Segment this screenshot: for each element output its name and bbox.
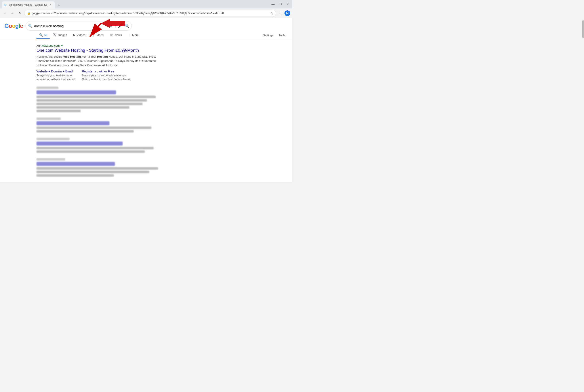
- search-box[interactable]: 🔍 ✕ | 🎤 🔍: [26, 21, 132, 30]
- logo-g2: g: [15, 22, 19, 29]
- blurred-url-3: [37, 138, 70, 140]
- tab-all[interactable]: 🔍 All: [37, 31, 50, 39]
- blurred-text-1b: [37, 99, 147, 102]
- back-button[interactable]: ←: [2, 10, 8, 16]
- snippet-text1: Reliable And Secure: [37, 55, 63, 58]
- blurred-result-3: [37, 138, 287, 153]
- tab-news[interactable]: 📰 News: [107, 31, 124, 39]
- sitelink-2-desc: Secure your .co.uk domain name now One.c…: [82, 74, 130, 81]
- sitelink-1: Website + Domain + Email Everything you …: [37, 70, 75, 81]
- nav-bar: ← → ↻ 🔒 google.com/search?q=domain+web+h…: [0, 8, 292, 18]
- blurred-title-2[interactable]: [37, 121, 109, 125]
- blurred-text-3b: [37, 150, 145, 153]
- tab-images[interactable]: 🖼 Images: [51, 31, 70, 39]
- page-content: Google 🔍 ✕ | 🎤 🔍: [0, 18, 292, 182]
- logo-o2: o: [12, 22, 15, 29]
- tools-button[interactable]: Tools: [276, 32, 287, 39]
- videos-tab-icon: ▶: [73, 33, 76, 37]
- browser-chrome: G domain web hosting - Google Se ✕ + — ❐…: [0, 0, 292, 18]
- blurred-text-2b: [37, 130, 134, 132]
- search-input[interactable]: [34, 24, 108, 28]
- tab-videos[interactable]: ▶ Videos: [71, 31, 88, 39]
- results-area: Ad · www.one.com/ ▾ One.com Website Host…: [0, 39, 292, 182]
- search-clear-icon[interactable]: ✕: [109, 24, 113, 28]
- settings-button[interactable]: Settings: [261, 32, 276, 39]
- ad-url: www.one.com/ ▾: [42, 44, 63, 47]
- title-bar: G domain web hosting - Google Se ✕ + — ❐…: [0, 0, 292, 8]
- sitelink-2-title[interactable]: Register .co.uk for Free: [82, 70, 130, 73]
- minimize-button[interactable]: —: [270, 2, 276, 6]
- news-tab-icon: 📰: [110, 33, 113, 37]
- tab-favicon: G: [5, 3, 8, 6]
- sitelink-1-title[interactable]: Website + Domain + Email: [37, 70, 75, 73]
- news-tab-label: News: [115, 33, 122, 37]
- google-logo: Google: [5, 22, 23, 29]
- extensions-button[interactable]: ⠿: [277, 10, 283, 16]
- all-tab-icon: 🔍: [39, 33, 43, 37]
- forward-button[interactable]: →: [9, 10, 16, 16]
- lock-icon: 🔒: [27, 12, 31, 15]
- voice-search-icon[interactable]: 🎤: [118, 24, 123, 28]
- blurred-text-4b: [37, 171, 149, 173]
- ad-snippet: Reliable And Secure Web Hosting For All …: [37, 54, 160, 68]
- snippet-text2: For All Your: [81, 55, 97, 58]
- tab-close-button[interactable]: ✕: [49, 3, 52, 7]
- bookmark-star-icon[interactable]: ☆: [270, 11, 273, 16]
- blurred-result-4: [37, 158, 287, 177]
- ad-url-arrow: ▾: [61, 44, 63, 47]
- images-tab-icon: 🖼: [53, 33, 56, 37]
- blurred-title-3[interactable]: [37, 142, 123, 146]
- blurred-text-2a: [37, 126, 151, 129]
- sitelink-1-desc: Everything you need to create an amazing…: [37, 74, 75, 81]
- maximize-button[interactable]: ❐: [278, 2, 283, 6]
- ad-label: Ad · www.one.com/ ▾: [37, 44, 287, 47]
- blurred-result-2: [37, 118, 287, 132]
- tab-title: domain web hosting - Google Se: [9, 3, 47, 6]
- sitelinks: Website + Domain + Email Everything you …: [37, 70, 287, 81]
- blurred-url-2: [37, 118, 61, 120]
- window-controls: — ❐ ✕: [270, 2, 290, 8]
- nav-right-icons: ⠿ M: [277, 10, 290, 16]
- snippet-bold1: Web Hosting: [63, 55, 81, 58]
- videos-tab-label: Videos: [77, 33, 86, 37]
- ad-title-link[interactable]: One.com Website Hosting - Starting From …: [37, 48, 287, 53]
- search-divider: |: [115, 24, 116, 28]
- blurred-text-4c: [37, 174, 114, 177]
- search-box-icon: 🔍: [28, 24, 33, 28]
- blurred-result-1: [37, 86, 287, 112]
- close-button[interactable]: ✕: [285, 2, 290, 6]
- refresh-button[interactable]: ↻: [17, 10, 23, 16]
- blurred-text-4a: [37, 167, 158, 170]
- tab-more[interactable]: ⋮ More: [125, 31, 141, 39]
- tab-bar: G domain web hosting - Google Se ✕ +: [2, 1, 62, 8]
- google-header: Google 🔍 ✕ | 🎤 🔍: [0, 18, 292, 30]
- blurred-text-1e: [37, 110, 81, 112]
- blurred-text-1a: [37, 96, 156, 98]
- address-bar[interactable]: 🔒 google.com/search?q=domain+web+hosting…: [24, 10, 276, 17]
- maps-tab-label: Maps: [97, 33, 104, 37]
- more-tab-icon: ⋮: [128, 33, 131, 37]
- maps-tab-icon: 📍: [92, 33, 96, 37]
- address-text: google.com/search?q=domain+web+hosting&o…: [32, 12, 269, 15]
- blurred-url-1: [37, 86, 59, 89]
- blurred-title-1[interactable]: [37, 90, 116, 94]
- new-tab-button[interactable]: +: [56, 2, 62, 8]
- forward-arrow-icon: →: [11, 11, 14, 15]
- logo-e: e: [20, 22, 23, 29]
- settings-tools-area: Settings Tools: [261, 32, 287, 39]
- logo-g: G: [5, 22, 9, 29]
- profile-avatar[interactable]: M: [284, 10, 290, 16]
- refresh-icon: ↻: [19, 12, 21, 15]
- blurred-title-4[interactable]: [37, 162, 115, 166]
- blurred-text-1c: [37, 103, 143, 105]
- active-tab[interactable]: G domain web hosting - Google Se ✕: [2, 1, 55, 8]
- svg-text:G: G: [5, 4, 7, 6]
- images-tab-label: Images: [58, 33, 67, 37]
- ad-result: Ad · www.one.com/ ▾ One.com Website Host…: [37, 44, 287, 81]
- blurred-url-4: [37, 158, 65, 160]
- search-tabs: 🔍 All 🖼 Images ▶ Videos 📍 Maps 📰 News ⋮ …: [0, 30, 292, 39]
- tab-maps[interactable]: 📍 Maps: [89, 31, 106, 39]
- search-submit-icon[interactable]: 🔍: [124, 24, 129, 28]
- blurred-text-1d: [37, 106, 129, 109]
- blurred-text-3a: [37, 147, 154, 149]
